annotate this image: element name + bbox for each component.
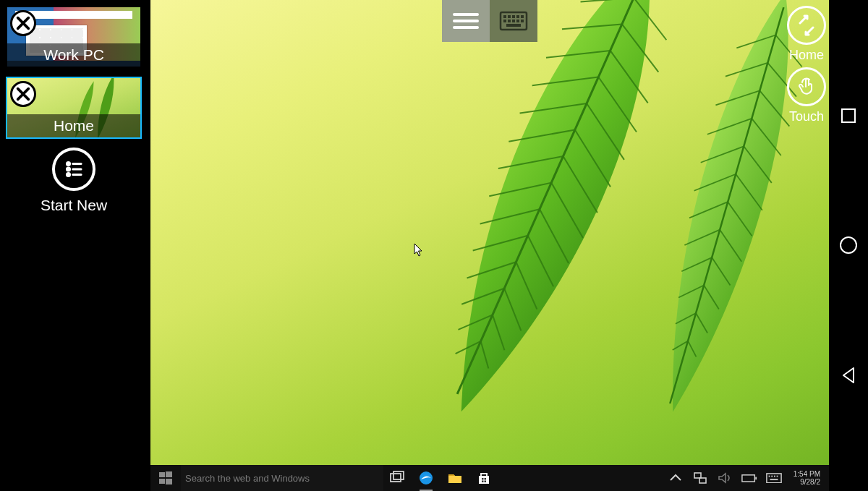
tray-overflow-button[interactable] (668, 470, 684, 486)
android-recents-button[interactable] (838, 106, 859, 126)
svg-point-95 (841, 237, 856, 253)
svg-point-2 (67, 174, 70, 176)
volume-icon (717, 470, 733, 486)
taskbar-clock[interactable]: 1:54 PM 9/28/2 (791, 470, 823, 486)
close-session-button[interactable] (10, 10, 36, 36)
svg-rect-93 (770, 479, 778, 480)
tray-network-button[interactable] (692, 470, 708, 486)
svg-rect-69 (512, 20, 515, 22)
triangle-back-icon (838, 365, 859, 385)
task-view-button[interactable] (389, 470, 405, 486)
task-view-icon (389, 470, 405, 486)
windows-logo-icon (159, 471, 172, 484)
touch-mode-button[interactable]: Touch (787, 67, 826, 124)
start-button[interactable] (150, 465, 181, 491)
svg-rect-71 (521, 20, 524, 22)
start-new-label: Start New (41, 197, 107, 213)
svg-rect-94 (842, 109, 855, 122)
swap-arrows-icon (796, 14, 817, 36)
svg-rect-73 (159, 472, 165, 477)
svg-rect-68 (508, 20, 511, 22)
edge-icon (418, 470, 434, 486)
session-label: Home (7, 114, 140, 137)
session-sidebar: Work PC (0, 0, 150, 491)
svg-rect-90 (771, 475, 773, 477)
remote-viewport[interactable]: Search the web and Windows (150, 0, 829, 491)
keyboard-icon (499, 9, 528, 33)
session-label: Work PC (7, 43, 140, 67)
svg-rect-85 (699, 478, 706, 483)
wallpaper-leaves (359, 0, 829, 491)
file-explorer-button[interactable] (447, 470, 463, 486)
svg-rect-86 (742, 474, 754, 481)
svg-rect-83 (485, 481, 487, 483)
svg-rect-80 (482, 478, 484, 480)
home-mode-button[interactable]: Home (787, 6, 826, 63)
svg-rect-89 (768, 475, 770, 477)
close-icon (15, 86, 31, 102)
taskbar-search[interactable]: Search the web and Windows (181, 465, 383, 491)
svg-point-79 (420, 471, 433, 484)
keyboard-small-icon (766, 473, 782, 484)
store-icon (476, 470, 492, 486)
network-icon (692, 470, 708, 486)
svg-rect-87 (755, 477, 757, 479)
svg-rect-84 (694, 473, 701, 478)
remote-cursor-icon (414, 243, 424, 257)
svg-rect-66 (521, 15, 524, 18)
chevron-up-icon (668, 470, 684, 486)
svg-rect-74 (166, 471, 172, 477)
tray-keyboard-button[interactable] (766, 470, 782, 486)
edge-browser-button[interactable] (418, 470, 434, 486)
svg-point-1 (67, 168, 70, 171)
svg-rect-70 (516, 20, 519, 22)
svg-rect-64 (512, 15, 515, 18)
search-placeholder: Search the web and Windows (185, 473, 310, 484)
svg-rect-67 (503, 20, 506, 22)
session-thumb-workpc[interactable]: Work PC (6, 6, 142, 68)
home-mode-label: Home (789, 48, 824, 62)
svg-rect-81 (485, 478, 487, 480)
touch-mode-label: Touch (789, 109, 824, 124)
tray-battery-button[interactable] (741, 470, 757, 486)
circle-icon (838, 235, 859, 255)
viewport-toolbar (442, 0, 537, 42)
svg-rect-62 (503, 15, 506, 18)
folder-icon (447, 470, 463, 486)
svg-rect-72 (506, 24, 521, 27)
start-new-icon (63, 158, 85, 180)
clock-time: 1:54 PM (793, 470, 820, 478)
start-new-button[interactable]: Start New (6, 148, 142, 214)
menu-button[interactable] (442, 0, 490, 42)
svg-rect-88 (767, 474, 781, 483)
close-icon (15, 15, 31, 31)
android-back-button[interactable] (838, 365, 859, 385)
keyboard-button[interactable] (490, 0, 537, 42)
svg-rect-82 (482, 481, 484, 483)
android-navbar (829, 0, 868, 491)
clock-date: 9/28/2 (793, 478, 820, 486)
tray-volume-button[interactable] (717, 470, 733, 486)
android-home-button[interactable] (838, 235, 859, 255)
svg-point-0 (67, 163, 70, 166)
close-session-button[interactable] (10, 81, 36, 107)
windows-taskbar: Search the web and Windows (150, 465, 829, 491)
touch-hand-icon (796, 76, 817, 98)
svg-rect-91 (774, 475, 775, 477)
svg-rect-77 (391, 474, 401, 482)
system-tray: 1:54 PM 9/28/2 (662, 465, 829, 491)
svg-rect-75 (159, 479, 165, 484)
mode-overlay: Home Touch (787, 6, 826, 124)
battery-icon (741, 474, 757, 483)
square-icon (838, 106, 859, 126)
svg-rect-78 (393, 471, 404, 479)
svg-rect-76 (166, 479, 172, 484)
svg-rect-65 (516, 15, 519, 18)
session-thumb-home[interactable]: Home (6, 77, 142, 139)
svg-rect-63 (508, 15, 511, 18)
svg-rect-92 (776, 475, 778, 477)
hamburger-icon (451, 9, 480, 33)
store-button[interactable] (476, 470, 492, 486)
